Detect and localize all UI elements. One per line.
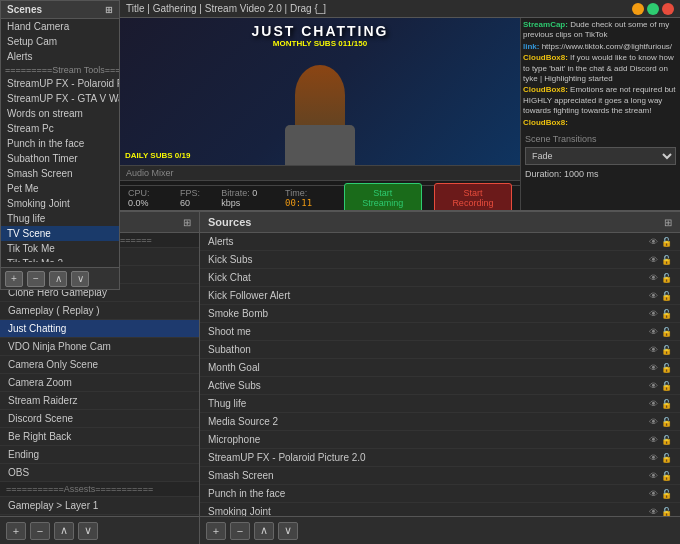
main-sources-up-button[interactable]: ∧ xyxy=(254,522,274,540)
duration-value: 1000 ms xyxy=(564,169,599,179)
visibility-icon[interactable]: 👁 xyxy=(649,273,658,283)
left-scenes-add-button[interactable]: + xyxy=(5,271,23,287)
lock-icon[interactable]: 🔓 xyxy=(661,489,672,499)
left-scene-item[interactable]: Setup Cam xyxy=(1,34,119,49)
left-scenes-remove-button[interactable]: − xyxy=(27,271,45,287)
source-item[interactable]: Alerts👁🔓 xyxy=(200,233,680,251)
source-item[interactable]: Active Subs👁🔓 xyxy=(200,377,680,395)
left-scene-item[interactable]: Hand Camera xyxy=(1,19,119,34)
source-item-label: Kick Follower Alert xyxy=(208,290,649,301)
left-scene-item[interactable]: StreamUP FX - Polaroid Picture 2.0 xyxy=(1,76,119,91)
main-scene-item[interactable]: Gameplay ( Replay ) xyxy=(0,302,199,320)
main-scene-item[interactable]: VDO Ninja Phone Cam xyxy=(0,338,199,356)
source-item[interactable]: Punch in the face👁🔓 xyxy=(200,485,680,503)
visibility-icon[interactable]: 👁 xyxy=(649,507,658,517)
lock-icon[interactable]: 🔓 xyxy=(661,399,672,409)
left-scene-item[interactable]: Pet Me xyxy=(1,181,119,196)
visibility-icon[interactable]: 👁 xyxy=(649,327,658,337)
visibility-icon[interactable]: 👁 xyxy=(649,453,658,463)
visibility-icon[interactable]: 👁 xyxy=(649,291,658,301)
source-item[interactable]: Smoking Joint👁🔓 xyxy=(200,503,680,516)
start-streaming-button[interactable]: Start Streaming xyxy=(344,183,422,213)
source-item[interactable]: Thug life👁🔓 xyxy=(200,395,680,413)
left-scenes-icon: ⊞ xyxy=(105,5,113,15)
visibility-icon[interactable]: 👁 xyxy=(649,309,658,319)
left-scene-item[interactable]: Stream Pc xyxy=(1,121,119,136)
visibility-icon[interactable]: 👁 xyxy=(649,399,658,409)
main-scene-item[interactable]: Camera Only Scene xyxy=(0,356,199,374)
source-item[interactable]: StreamUP FX - Polaroid Picture 2.0👁🔓 xyxy=(200,449,680,467)
left-scene-item[interactable]: Alerts xyxy=(1,49,119,64)
main-sources-remove-button[interactable]: − xyxy=(230,522,250,540)
left-scenes-down-button[interactable]: ∨ xyxy=(71,271,89,287)
source-item[interactable]: Kick Chat👁🔓 xyxy=(200,269,680,287)
source-item[interactable]: Subathon👁🔓 xyxy=(200,341,680,359)
lock-icon[interactable]: 🔓 xyxy=(661,327,672,337)
source-item[interactable]: Kick Subs👁🔓 xyxy=(200,251,680,269)
close-button[interactable] xyxy=(662,3,674,15)
left-scene-item[interactable]: Thug life xyxy=(1,211,119,226)
left-scene-item[interactable]: Words on stream xyxy=(1,106,119,121)
main-sources-icon[interactable]: ⊞ xyxy=(664,217,672,228)
main-scenes-up-button[interactable]: ∧ xyxy=(54,522,74,540)
main-scene-item[interactable]: Stream Raiderz xyxy=(0,392,199,410)
transition-type-select[interactable]: Fade Cut Slide Swipe xyxy=(525,147,676,165)
main-scene-item[interactable]: Camera Zoom xyxy=(0,374,199,392)
main-scenes-add-button[interactable]: + xyxy=(6,522,26,540)
main-sources-down-button[interactable]: ∨ xyxy=(278,522,298,540)
visibility-icon[interactable]: 👁 xyxy=(649,237,658,247)
main-scene-item[interactable]: Discord Scene xyxy=(0,410,199,428)
left-scene-item[interactable]: TV Scene xyxy=(1,226,119,241)
monthly-subs-text: MONTHLY SUBS 011/150 xyxy=(252,39,389,48)
lock-icon[interactable]: 🔓 xyxy=(661,381,672,391)
visibility-icon[interactable]: 👁 xyxy=(649,435,658,445)
source-item[interactable]: Kick Follower Alert👁🔓 xyxy=(200,287,680,305)
source-item[interactable]: Smash Screen👁🔓 xyxy=(200,467,680,485)
lock-icon[interactable]: 🔓 xyxy=(661,255,672,265)
left-scene-item[interactable]: Smoking Joint xyxy=(1,196,119,211)
lock-icon[interactable]: 🔓 xyxy=(661,273,672,283)
visibility-icon[interactable]: 👁 xyxy=(649,417,658,427)
lock-icon[interactable]: 🔓 xyxy=(661,309,672,319)
visibility-icon[interactable]: 👁 xyxy=(649,489,658,499)
lock-icon[interactable]: 🔓 xyxy=(661,507,672,517)
main-scenes-icon[interactable]: ⊞ xyxy=(183,217,191,228)
visibility-icon[interactable]: 👁 xyxy=(649,255,658,265)
lock-icon[interactable]: 🔓 xyxy=(661,237,672,247)
visibility-icon[interactable]: 👁 xyxy=(649,381,658,391)
main-sources-add-button[interactable]: + xyxy=(206,522,226,540)
source-item[interactable]: Shoot me👁🔓 xyxy=(200,323,680,341)
lock-icon[interactable]: 🔓 xyxy=(661,435,672,445)
left-scene-item[interactable]: StreamUP FX - GTA V Wasted 2.0 xyxy=(1,91,119,106)
main-scene-item[interactable]: Just Chatting xyxy=(0,320,199,338)
start-recording-button[interactable]: Start Recording xyxy=(434,183,512,213)
source-item[interactable]: Month Goal👁🔓 xyxy=(200,359,680,377)
main-scenes-down-button[interactable]: ∨ xyxy=(78,522,98,540)
lock-icon[interactable]: 🔓 xyxy=(661,345,672,355)
lock-icon[interactable]: 🔓 xyxy=(661,453,672,463)
visibility-icon[interactable]: 👁 xyxy=(649,363,658,373)
left-scenes-up-button[interactable]: ∧ xyxy=(49,271,67,287)
left-scene-item[interactable]: Tik Tok Me 2 xyxy=(1,256,119,262)
left-scene-item[interactable]: Punch in the face xyxy=(1,136,119,151)
visibility-icon[interactable]: 👁 xyxy=(649,471,658,481)
maximize-button[interactable] xyxy=(647,3,659,15)
source-item[interactable]: Media Source 2👁🔓 xyxy=(200,413,680,431)
main-scene-item[interactable]: Gameplay > Layer 1 xyxy=(0,497,199,515)
lock-icon[interactable]: 🔓 xyxy=(661,471,672,481)
main-scene-item[interactable]: Ending xyxy=(0,446,199,464)
main-scene-item[interactable]: OBS xyxy=(0,464,199,482)
source-item[interactable]: Microphone👁🔓 xyxy=(200,431,680,449)
left-scene-item[interactable]: Tik Tok Me xyxy=(1,241,119,256)
minimize-button[interactable] xyxy=(632,3,644,15)
lock-icon[interactable]: 🔓 xyxy=(661,363,672,373)
left-scene-item[interactable]: Smash Screen xyxy=(1,166,119,181)
lock-icon[interactable]: 🔓 xyxy=(661,291,672,301)
main-scene-item[interactable]: Be Right Back xyxy=(0,428,199,446)
main-scenes-remove-button[interactable]: − xyxy=(30,522,50,540)
lock-icon[interactable]: 🔓 xyxy=(661,417,672,427)
source-item-label: Thug life xyxy=(208,398,649,409)
visibility-icon[interactable]: 👁 xyxy=(649,345,658,355)
source-item[interactable]: Smoke Bomb👁🔓 xyxy=(200,305,680,323)
left-scene-item[interactable]: Subathon Timer xyxy=(1,151,119,166)
